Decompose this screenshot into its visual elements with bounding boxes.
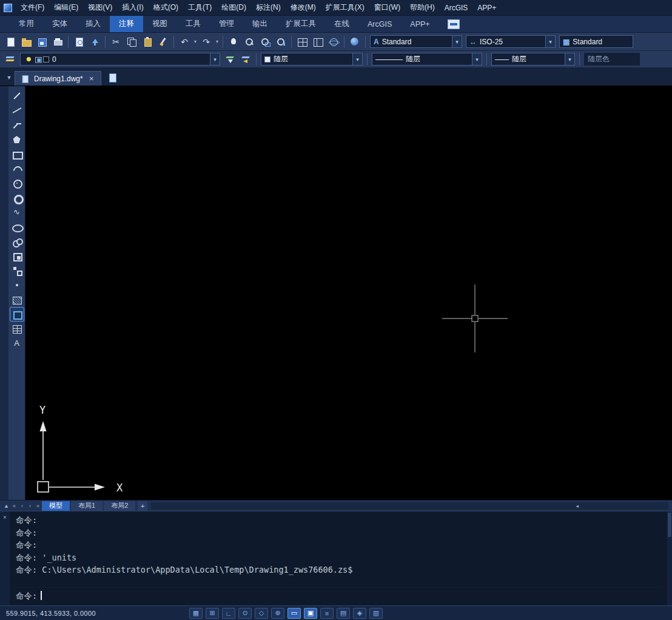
ducs-toggle[interactable]: ▣	[304, 608, 317, 619]
zoom-realtime-button[interactable]	[241, 35, 257, 49]
linetype-combo[interactable]: ———— 随层 ▾	[372, 53, 482, 66]
menu-view[interactable]: 视图(V)	[83, 0, 117, 15]
horizontal-scrollbar[interactable]: ◂	[151, 502, 668, 510]
draw-tool-revision-cloud[interactable]	[10, 234, 24, 249]
paste-button[interactable]	[139, 35, 155, 49]
command-history-area[interactable]: 命令: 命令: 命令: 命令: '_units 命令: C:\Users\Adm…	[10, 511, 667, 605]
render-button[interactable]	[347, 35, 363, 49]
dyn-toggle[interactable]: ▭	[287, 608, 301, 619]
lineweight-toggle[interactable]: ≡	[320, 608, 334, 619]
layer-properties-button[interactable]	[2, 52, 18, 67]
dropdown-arrow-icon[interactable]: ▾	[565, 53, 574, 65]
zoom-previous-button[interactable]	[273, 35, 289, 49]
menu-insert[interactable]: 插入(I)	[117, 0, 148, 15]
layout-scroll-up-button[interactable]: ▲	[2, 500, 10, 511]
draw-tool-arc[interactable]	[10, 161, 24, 176]
polar-toggle[interactable]: ⊙	[238, 608, 252, 619]
document-tab[interactable]: Drawing1.dwg* ×	[15, 71, 101, 86]
menu-app-plus[interactable]: APP+	[472, 1, 501, 15]
annotation-toggle[interactable]: ◈	[353, 608, 366, 619]
dropdown-arrow-icon[interactable]: ▾	[210, 53, 220, 65]
draw-tool-spline[interactable]: ∿	[10, 205, 24, 220]
save-button[interactable]	[34, 35, 50, 49]
ribbon-toggle-button[interactable]	[448, 19, 460, 29]
layout-tab-layout1[interactable]: 布局1	[71, 501, 102, 511]
layer-previous-button[interactable]	[238, 52, 254, 67]
ortho-toggle[interactable]: ∟	[222, 608, 235, 619]
snap-toggle[interactable]: ▦	[189, 608, 203, 619]
draw-tool-polyline[interactable]	[10, 118, 24, 132]
draw-tool-construction-line[interactable]	[10, 103, 24, 118]
ribbon-tab-insert[interactable]: 插入	[76, 16, 110, 32]
grid-toggle[interactable]: ⊞	[206, 608, 219, 619]
draw-tool-mtext[interactable]: A	[10, 336, 24, 351]
layout-prev-button[interactable]: ‹	[18, 500, 26, 511]
pan-button[interactable]	[226, 35, 241, 49]
undo-dropdown[interactable]: ▾	[192, 35, 198, 49]
layout-tab-layout2[interactable]: 布局2	[104, 501, 135, 511]
draw-tool-point[interactable]	[10, 278, 24, 292]
layout-last-button[interactable]: »	[34, 500, 42, 511]
plot-button[interactable]	[50, 35, 66, 49]
menu-modify[interactable]: 修改(M)	[286, 0, 321, 15]
named-views-button[interactable]	[310, 35, 326, 49]
orbit-button[interactable]	[326, 35, 341, 49]
command-input-line[interactable]: 命令:	[16, 587, 662, 602]
menu-tools[interactable]: 工具(T)	[183, 0, 217, 15]
menu-dimension[interactable]: 标注(N)	[251, 0, 286, 15]
menu-file[interactable]: 文件(F)	[16, 0, 49, 15]
menu-arcgis[interactable]: ArcGIS	[440, 1, 473, 15]
table-style-combo[interactable]: ▦ Standard	[559, 35, 633, 48]
ribbon-tab-home[interactable]: 常用	[10, 16, 43, 32]
ribbon-tab-solid[interactable]: 实体	[43, 16, 76, 32]
ribbon-tab-tools[interactable]: 工具	[176, 16, 210, 32]
draw-tool-donut[interactable]	[10, 190, 24, 205]
menu-draw[interactable]: 绘图(D)	[217, 0, 251, 15]
layout-first-button[interactable]: «	[10, 500, 18, 511]
zoom-window-button[interactable]	[257, 35, 273, 49]
app-icon[interactable]	[4, 4, 12, 12]
command-scrollbar[interactable]	[667, 511, 672, 605]
text-style-combo[interactable]: A Standard ▾	[370, 35, 462, 48]
ribbon-tab-output[interactable]: 输出	[243, 16, 277, 32]
cut-button[interactable]: ✂	[108, 35, 124, 49]
add-layout-button[interactable]: +	[138, 501, 147, 511]
menu-window[interactable]: 窗口(W)	[369, 0, 405, 15]
ribbon-tab-arcgis[interactable]: ArcGIS	[358, 16, 401, 32]
dropdown-arrow-icon[interactable]: ▾	[472, 53, 482, 65]
scrollbar-left-icon[interactable]: ◂	[576, 502, 579, 510]
plot-preview-button[interactable]	[71, 35, 87, 49]
new-button[interactable]	[2, 35, 18, 49]
redo-dropdown[interactable]: ▾	[214, 35, 220, 49]
scrollbar-thumb[interactable]	[668, 513, 671, 537]
ribbon-tab-online[interactable]: 在线	[325, 16, 358, 32]
drawing-canvas[interactable]: Y X	[25, 86, 672, 500]
ribbon-tab-manage[interactable]: 管理	[210, 16, 243, 32]
dropdown-arrow-icon[interactable]: ▾	[452, 36, 462, 47]
lineweight-combo[interactable]: —— 随层 ▾	[491, 53, 575, 66]
publish-button[interactable]	[87, 35, 102, 49]
draw-tool-table[interactable]	[10, 322, 24, 336]
osnap-toggle[interactable]: ◇	[255, 608, 268, 619]
color-combo[interactable]: 随层 ▾	[261, 53, 363, 66]
menu-help[interactable]: 帮助(H)	[405, 0, 440, 15]
draw-tool-polygon[interactable]	[10, 132, 24, 147]
layout-next-button[interactable]: ›	[26, 500, 34, 511]
ribbon-tab-view[interactable]: 视图	[143, 16, 176, 32]
undo-button[interactable]: ↶	[176, 35, 192, 49]
draw-tool-create-block[interactable]	[10, 263, 24, 278]
properties-toggle[interactable]: ▤	[337, 608, 350, 619]
draw-tool-line[interactable]	[10, 89, 24, 103]
draw-tool-hatch[interactable]	[10, 292, 24, 307]
menu-express[interactable]: 扩展工具(X)	[321, 0, 369, 15]
dropdown-arrow-icon[interactable]: ▾	[545, 36, 555, 47]
draw-tool-region[interactable]	[10, 307, 24, 322]
close-document-icon[interactable]: ×	[87, 74, 96, 83]
open-button[interactable]	[18, 35, 34, 49]
ribbon-tab-app-plus[interactable]: APP+	[401, 16, 438, 32]
menu-format[interactable]: 格式(O)	[149, 0, 183, 15]
model-space-toggle[interactable]: ▥	[369, 608, 383, 619]
ribbon-tab-express[interactable]: 扩展工具	[277, 16, 325, 32]
close-command-icon[interactable]: ×	[3, 514, 7, 521]
redo-button[interactable]: ↷	[198, 35, 214, 49]
